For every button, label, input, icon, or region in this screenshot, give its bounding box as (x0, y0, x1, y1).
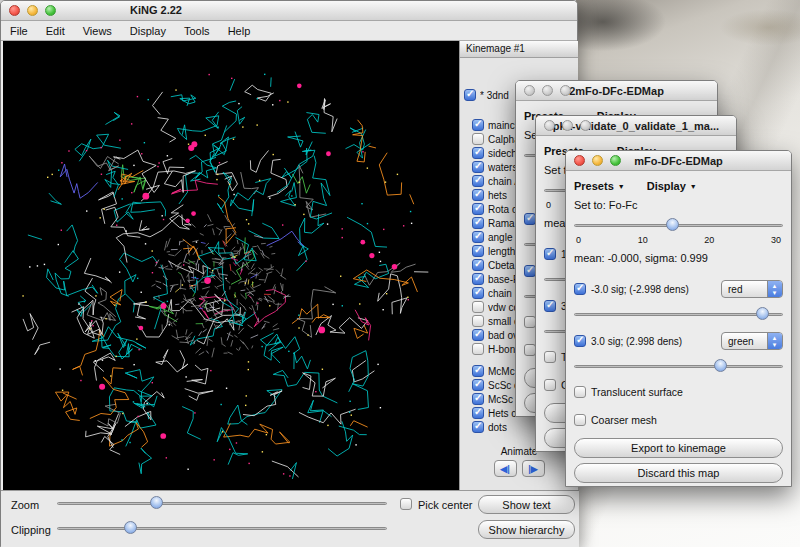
display-menu[interactable]: Display▼ (647, 180, 697, 192)
kinemage-item-checkbox[interactable] (472, 287, 484, 299)
map-menus: Presets▼ Display▼ (574, 177, 783, 195)
menu-help[interactable]: Help (219, 21, 260, 40)
low-sigma-slider[interactable] (574, 306, 783, 322)
coarser-label: Coarser mesh (591, 414, 657, 426)
chevron-down-icon: ▼ (618, 183, 625, 190)
zoom-window-button[interactable] (610, 155, 621, 166)
kinemage-item-checkbox[interactable] (472, 133, 484, 145)
kinemage-item-checkbox[interactable] (464, 89, 476, 101)
high-sigma-row: 3.0 sig; (2.998 dens) green▲▼ (574, 330, 783, 352)
presets-menu-label: Presets (574, 180, 614, 192)
high-sigma-slider[interactable] (574, 358, 783, 374)
animate-prev-button[interactable]: ◀| (494, 460, 517, 477)
menu-views[interactable]: Views (74, 21, 121, 40)
coarser-row: Coarser mesh (574, 410, 783, 430)
map-titlebar[interactable]: 2mFo-DFc-EDMap (516, 81, 717, 101)
level-slider[interactable] (574, 217, 783, 233)
slider-track[interactable] (574, 365, 783, 368)
set-to-label: Set to: Fo-Fc (574, 199, 783, 215)
kinemage-item-checkbox[interactable] (472, 329, 484, 341)
king-main-window: KiNG 2.22 File Edit Views Display Tools … (0, 0, 578, 547)
high-sigma-checkbox[interactable] (574, 335, 586, 347)
export-to-kinemage-button[interactable]: Export to kinemage (574, 438, 783, 458)
map-titlebar[interactable]: mFo-DFc-EDMap (566, 151, 791, 171)
kinemage-header[interactable]: Kinemage #1 (460, 41, 578, 58)
presets-menu[interactable]: Presets▼ (574, 180, 625, 192)
pick-center-checkbox[interactable] (400, 498, 412, 510)
menu-file[interactable]: File (1, 21, 37, 40)
kinemage-item-checkbox[interactable] (472, 119, 484, 131)
zoom-window-button[interactable] (45, 5, 56, 16)
kinemage-item-checkbox[interactable] (472, 379, 484, 391)
translucent-row: Translucent surface (574, 382, 783, 402)
minimize-button[interactable] (27, 5, 38, 16)
low-sigma-checkbox[interactable] (574, 283, 586, 295)
close-button[interactable] (544, 120, 555, 131)
tick-label: 10 (638, 235, 648, 246)
level-slider-thumb[interactable] (666, 218, 679, 231)
kinemage-item-checkbox[interactable] (472, 189, 484, 201)
kinemage-item-label: waters (488, 162, 517, 173)
kinemage-item-checkbox[interactable] (472, 259, 484, 271)
kinemage-item-checkbox[interactable] (472, 315, 484, 327)
high-color-popup[interactable]: green▲▼ (721, 332, 783, 350)
minimize-button[interactable] (592, 155, 603, 166)
show-hierarchy-button[interactable]: Show hierarchy (478, 520, 575, 539)
high-sigma-label: 3.0 sig; (2.998 dens) (591, 336, 716, 347)
high-sigma-thumb[interactable] (714, 359, 727, 372)
kinemage-item-checkbox[interactable] (472, 217, 484, 229)
kinemage-item-checkbox[interactable] (472, 147, 484, 159)
map-titlebar[interactable]: pka-validate_0_validate_1_ma... (536, 116, 736, 136)
slider-track[interactable] (57, 502, 387, 505)
clipping-label: Clipping (11, 524, 51, 536)
popup-value: red (722, 284, 742, 295)
translucent-checkbox[interactable] (574, 386, 586, 398)
menu-tools[interactable]: Tools (175, 21, 219, 40)
popup-arrows-icon: ▲▼ (770, 283, 779, 296)
clipping-slider-thumb[interactable] (124, 521, 137, 534)
zoom-window-button[interactable] (560, 85, 571, 96)
kinemage-item-checkbox[interactable] (472, 175, 484, 187)
low-sigma-checkbox[interactable] (544, 248, 556, 260)
slider-ticks: 0102030 (576, 235, 781, 246)
close-button[interactable] (524, 85, 535, 96)
close-button[interactable] (574, 155, 585, 166)
coarser-checkbox[interactable] (574, 414, 586, 426)
show-text-button[interactable]: Show text (478, 495, 575, 514)
discard-map-button[interactable]: Discard this map (574, 463, 783, 483)
view-controls: Zoom Pick center Show text Clipping Show… (1, 490, 579, 547)
menu-edit[interactable]: Edit (37, 21, 74, 40)
zoom-slider-thumb[interactable] (150, 496, 163, 509)
translucent-checkbox[interactable] (544, 351, 556, 363)
kinemage-item-checkbox[interactable] (472, 421, 484, 433)
menu-display[interactable]: Display (121, 21, 175, 40)
coarser-checkbox[interactable] (544, 379, 556, 391)
molecule-viewport[interactable] (3, 41, 459, 490)
clipping-slider[interactable] (57, 520, 387, 536)
kinemage-item-checkbox[interactable] (472, 393, 484, 405)
main-titlebar[interactable]: KiNG 2.22 (1, 1, 577, 21)
kinemage-item-checkbox[interactable] (472, 231, 484, 243)
window-title: KiNG 2.22 (130, 4, 182, 16)
translucent-label: Translucent surface (591, 386, 683, 398)
slider-track[interactable] (574, 313, 783, 316)
low-sigma-thumb[interactable] (756, 307, 769, 320)
minimize-button[interactable] (542, 85, 553, 96)
close-button[interactable] (9, 5, 20, 16)
zoom-slider[interactable] (57, 495, 387, 511)
kinemage-item-checkbox[interactable] (472, 273, 484, 285)
kinemage-item-checkbox[interactable] (472, 245, 484, 257)
animate-next-button[interactable]: |▶ (522, 460, 545, 477)
kinemage-item-checkbox[interactable] (472, 203, 484, 215)
kinemage-item-checkbox[interactable] (472, 343, 484, 355)
kinemage-item-checkbox[interactable] (472, 365, 484, 377)
kinemage-item-checkbox[interactable] (472, 407, 484, 419)
minimize-button[interactable] (562, 120, 573, 131)
low-color-popup[interactable]: red▲▼ (721, 280, 783, 298)
kinemage-item-checkbox[interactable] (472, 301, 484, 313)
slider-track[interactable] (57, 527, 387, 530)
kinemage-item-checkbox[interactable] (472, 161, 484, 173)
zoom-window-button[interactable] (580, 120, 591, 131)
high-sigma-checkbox[interactable] (544, 300, 556, 312)
popup-value: green (722, 336, 754, 347)
